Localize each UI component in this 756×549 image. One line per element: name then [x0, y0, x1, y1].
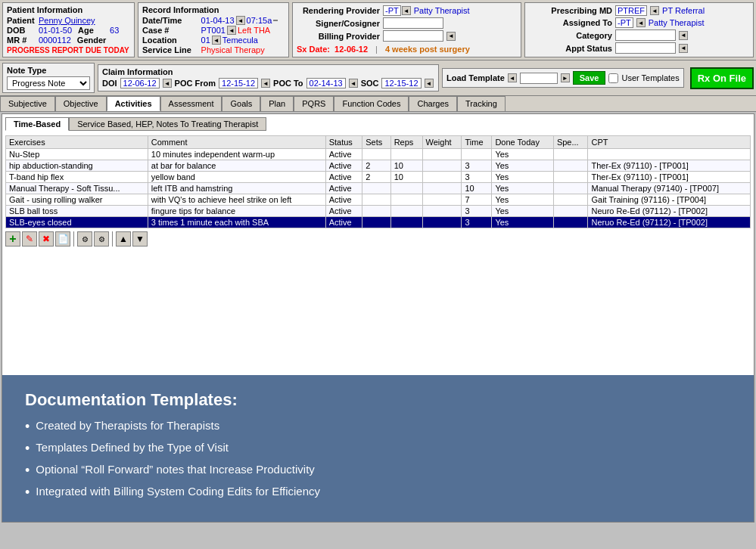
record-info-title: Record Information [142, 5, 285, 14]
doi-value[interactable]: 12-06-12 [120, 78, 160, 88]
date-arrow[interactable]: ◄ [236, 16, 245, 25]
rendering-arrow[interactable]: ◄ [402, 6, 411, 15]
col-sets: Sets [362, 136, 390, 149]
case-arrow[interactable]: ◄ [227, 26, 236, 35]
patient-name: Penny Quincey [39, 16, 95, 25]
tab-pqrs[interactable]: PQRS [294, 96, 334, 111]
assigned-code[interactable]: -PT [615, 17, 633, 28]
note-type-box: Note Type Progress Note [2, 63, 95, 93]
col-spe: Spe... [553, 136, 588, 149]
tab-function-codes[interactable]: Function Codes [334, 96, 409, 111]
tab-assessment[interactable]: Assessment [160, 96, 222, 111]
md-code[interactable]: PTREF [615, 5, 647, 16]
tab-charges[interactable]: Charges [409, 96, 457, 111]
left-tha: Left THA [238, 26, 270, 35]
poc-to-arrow[interactable]: ◄ [349, 79, 358, 88]
overlay-list-item: Integrated with Billing System Coding Ed… [25, 485, 731, 501]
delete-exercise-button[interactable]: ✖ [39, 231, 54, 247]
time-field[interactable] [273, 20, 278, 21]
assigned-value: Patty Therapist [649, 18, 705, 27]
prescribing-section: Prescribing MD PTREF ◄ PT Referral Assig… [524, 2, 754, 57]
service-line-value: Physical Therapy [201, 45, 285, 54]
age-value: 63 [110, 26, 119, 35]
add-exercise-button[interactable]: + [5, 231, 20, 247]
settings-button[interactable]: ⚙ [77, 231, 92, 247]
main-tabs: Subjective Objective Activities Assessme… [0, 96, 756, 112]
service-line-label: Service Line [142, 45, 198, 54]
save-button[interactable]: Save [573, 71, 606, 85]
appt-field[interactable] [615, 42, 676, 54]
user-templates-checkbox[interactable] [608, 73, 618, 83]
location-arrow[interactable]: ◄ [212, 36, 221, 45]
note-type-select[interactable]: Progress Note [7, 76, 90, 90]
soc-label: SOC [361, 79, 379, 88]
progress-due: PROGRESS REPORT DUE TODAY [7, 46, 130, 54]
col-done-today: Done Today [492, 136, 554, 149]
appt-arrow[interactable]: ◄ [679, 44, 688, 53]
date-value: 01-04-13 [201, 16, 235, 25]
table-row[interactable]: SLB ball tossfingure tips for balanceAct… [6, 206, 751, 217]
load-template-prev[interactable]: ◄ [508, 73, 517, 82]
load-template-next[interactable]: ► [561, 73, 570, 82]
sx-date-label: Sx Date: [297, 45, 330, 54]
poc-from-arrow[interactable]: ◄ [261, 79, 270, 88]
signer-field[interactable] [383, 17, 443, 29]
gender-label: Gender [77, 36, 107, 45]
doi-arrow[interactable]: ◄ [163, 79, 172, 88]
category-field[interactable] [615, 29, 676, 41]
exercise-toolbar: + ✎ ✖ 📄 ⚙ ⚙ ▲ ▼ [5, 231, 751, 247]
sub-tab-service-based[interactable]: Service Based, HEP, Notes To Treating Th… [69, 117, 266, 131]
rx-on-file-button[interactable]: Rx On File [690, 67, 754, 89]
exercise-table: Exercises Comment Status Sets Reps Weigh… [5, 135, 751, 228]
soc-value[interactable]: 12-15-12 [381, 78, 421, 88]
table-row[interactable]: SLB-eyes closed3 times 1 minute each wit… [6, 217, 751, 228]
location-value: 01 [201, 36, 210, 45]
rendering-provider-label: Rendering Provider [297, 6, 380, 15]
patient-label: Patient [7, 16, 36, 25]
dob-label: DOB [7, 26, 36, 35]
document-button[interactable]: 📄 [55, 231, 70, 247]
table-row[interactable]: Gait - using rolling walkerwith VQ's to … [6, 194, 751, 206]
note-type-title: Note Type [7, 66, 90, 75]
poc-from-value[interactable]: 12-15-12 [219, 78, 258, 88]
billing-field[interactable] [383, 30, 443, 42]
tab-subjective[interactable]: Subjective [0, 96, 55, 111]
settings2-button[interactable]: ⚙ [94, 231, 109, 247]
move-down-button[interactable]: ▼ [132, 231, 148, 247]
md-value: PT Referral [662, 6, 705, 15]
rendering-section: Rendering Provider -PT ◄ Patty Therapist… [292, 2, 521, 57]
col-status: Status [325, 136, 362, 149]
col-weight: Weight [422, 136, 462, 149]
overlay-list-item: Created by Therapists for Therapists [25, 419, 731, 435]
datetime-label: Date/Time [142, 16, 198, 25]
tab-tracking[interactable]: Tracking [457, 96, 506, 111]
load-template-title: Load Template [446, 73, 505, 82]
move-up-button[interactable]: ▲ [116, 231, 131, 247]
soc-arrow[interactable]: ◄ [425, 79, 434, 88]
md-arrow[interactable]: ◄ [650, 6, 659, 15]
mr-value: 0000112 [39, 36, 71, 45]
sub-tab-time-based[interactable]: Time-Based [5, 117, 69, 131]
assigned-arrow[interactable]: ◄ [636, 18, 646, 27]
template-field[interactable] [520, 73, 558, 84]
col-reps: Reps [390, 136, 422, 149]
table-row[interactable]: hip abduction-standingat bar for balance… [6, 160, 751, 172]
tab-plan[interactable]: Plan [260, 96, 294, 111]
table-row[interactable]: Nu-Step10 minutes independent warm-upAct… [6, 149, 751, 160]
sx-date-value: 12-06-12 [334, 45, 368, 54]
poc-from-label: POC From [175, 79, 216, 88]
poc-to-value[interactable]: 02-14-13 [306, 78, 346, 88]
tab-goals[interactable]: Goals [222, 96, 260, 111]
category-label: Category [529, 31, 612, 40]
tab-objective[interactable]: Objective [55, 96, 107, 111]
documentation-overlay: Documentation Templates: Created by Ther… [2, 375, 754, 522]
billing-label: Billing Provider [297, 32, 380, 41]
table-row[interactable]: Manual Therapy - Soft Tissu...left ITB a… [6, 183, 751, 194]
billing-arrow[interactable]: ◄ [446, 32, 456, 41]
appt-status-label: Appt Status [529, 44, 612, 53]
tab-activities[interactable]: Activities [107, 96, 160, 111]
col-cpt: CPT [588, 136, 751, 149]
category-arrow[interactable]: ◄ [679, 31, 688, 40]
edit-exercise-button[interactable]: ✎ [22, 231, 37, 247]
table-row[interactable]: T-band hip flexyellow bandActive2103YesT… [6, 172, 751, 183]
